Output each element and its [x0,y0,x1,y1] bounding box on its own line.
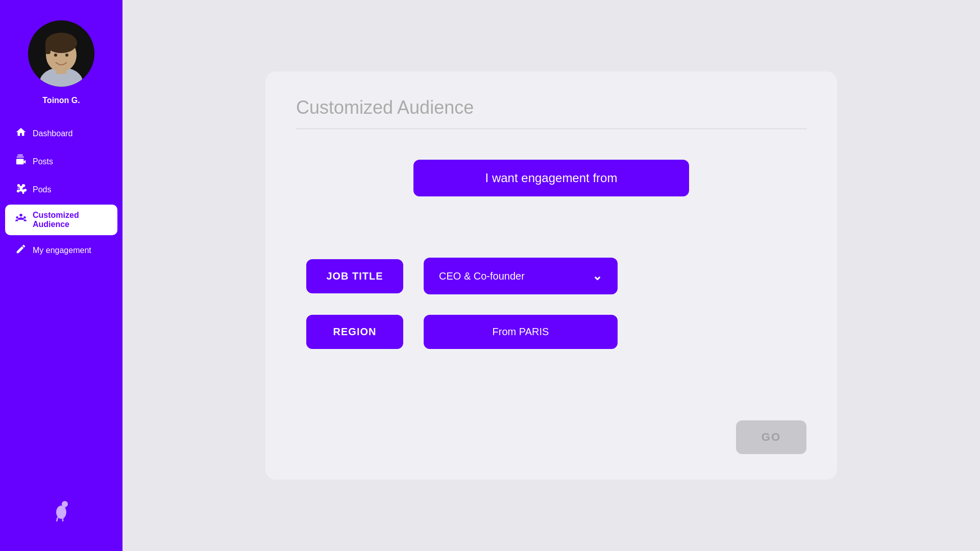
svg-point-6 [54,54,57,57]
svg-point-7 [65,54,68,57]
sidebar-item-dashboard[interactable]: Dashboard [5,120,117,146]
user-name: Toinon G. [42,96,80,105]
audience-icon [15,213,27,227]
main-card: Customized Audience I want engagement fr… [265,71,837,480]
region-label-button[interactable]: REGION [306,315,403,349]
go-button[interactable]: GO [736,420,806,454]
svg-point-10 [23,216,26,218]
main-content: Customized Audience I want engagement fr… [122,0,980,551]
svg-point-12 [62,501,68,507]
chevron-down-icon: ⌄ [592,269,602,283]
avatar [28,20,94,87]
ostrich-icon [48,496,74,525]
svg-point-8 [19,213,22,216]
sidebar-item-pods[interactable]: Pods [5,177,117,203]
engagement-icon [15,243,27,257]
region-value-button[interactable]: From PARIS [424,315,618,349]
svg-point-9 [16,216,18,218]
page-title: Customized Audience [296,97,806,118]
sidebar-bottom [48,496,74,536]
job-title-label-button[interactable]: JOB TITLE [306,259,403,293]
pods-icon [15,183,27,196]
job-title-value-button[interactable]: CEO & Co-founder ⌄ [424,258,618,294]
region-filter-row: REGION From PARIS [296,315,806,349]
engagement-from-button[interactable]: I want engagement from [413,160,689,196]
title-divider [296,129,806,129]
job-title-filter-row: JOB TITLE CEO & Co-founder ⌄ [296,258,806,294]
nav-menu: Dashboard Posts Pods Customized Audience [0,120,122,263]
home-icon [15,127,27,140]
sidebar-item-customized-audience[interactable]: Customized Audience [5,205,117,235]
sidebar: Toinon G. Dashboard Posts Pods Customize… [0,0,122,551]
svg-line-14 [57,517,58,521]
svg-rect-5 [45,43,51,54]
sidebar-item-my-engagement[interactable]: My engagement [5,237,117,263]
sidebar-item-posts[interactable]: Posts [5,148,117,174]
posts-icon [15,155,27,168]
